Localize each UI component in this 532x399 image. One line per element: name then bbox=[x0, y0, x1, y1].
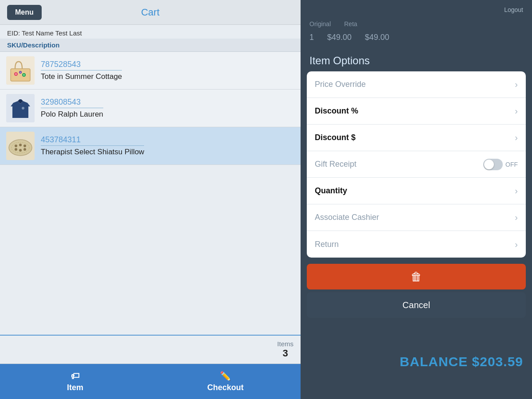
dimmed-prices: 1 $49.00 $49.00 bbox=[301, 30, 532, 45]
overlay-header: Logout bbox=[301, 0, 532, 18]
cancel-label: Cancel bbox=[403, 300, 430, 310]
option-discount-dollar[interactable]: Discount $ › bbox=[307, 125, 526, 151]
svg-point-18 bbox=[15, 148, 17, 151]
col-retail: Reta bbox=[344, 20, 357, 27]
cart-title: Cart bbox=[141, 7, 160, 18]
discount-percent-chevron: › bbox=[515, 106, 518, 116]
svg-point-5 bbox=[15, 73, 17, 75]
svg-point-19 bbox=[19, 149, 22, 152]
dimmed-price2: $49.00 bbox=[365, 33, 389, 42]
item-thumbnail-pillow bbox=[6, 132, 35, 160]
item-name-pillow: Therapist Select Shiatsu Pillow bbox=[41, 148, 144, 156]
item-options-title: Item Options bbox=[301, 47, 532, 71]
items-value: 3 bbox=[277, 348, 293, 359]
item-name-tote: Tote in Summer Cottage bbox=[41, 72, 122, 81]
cart-footer: Items 3 bbox=[0, 335, 301, 364]
items-summary: Items 3 bbox=[277, 340, 293, 359]
option-return[interactable]: Return › bbox=[307, 231, 526, 258]
balance-text: BALANCE $203.59 bbox=[400, 354, 523, 369]
item-thumbnail-polo bbox=[6, 94, 35, 122]
associate-cashier-label: Associate Cashier bbox=[315, 213, 379, 222]
item-info-tote: 787528543 Tote in Summer Cottage bbox=[41, 60, 122, 81]
svg-point-6 bbox=[20, 72, 21, 73]
trash-icon: 🗑 bbox=[411, 270, 422, 284]
col-original: Original bbox=[309, 20, 331, 27]
associate-cashier-chevron: › bbox=[515, 212, 518, 223]
eid-bar: EID: Test Name Test Last bbox=[0, 25, 301, 39]
item-thumbnail-tote bbox=[6, 56, 35, 85]
quantity-chevron: › bbox=[515, 186, 518, 196]
option-quantity[interactable]: Quantity › bbox=[307, 178, 526, 204]
top-bar: Menu Cart bbox=[0, 0, 301, 25]
svg-point-17 bbox=[23, 145, 26, 147]
gift-receipt-toggle[interactable]: OFF bbox=[483, 159, 518, 170]
tab-item-label: Item bbox=[67, 383, 83, 392]
toggle-off-label: OFF bbox=[505, 161, 518, 168]
item-sku-polo: 329808543 bbox=[41, 98, 103, 108]
menu-button[interactable]: Menu bbox=[7, 5, 42, 20]
gift-receipt-label: Gift Receipt bbox=[315, 160, 356, 169]
cart-item-tote[interactable]: 787528543 Tote in Summer Cottage bbox=[0, 52, 301, 90]
tab-checkout-label: Checkout bbox=[207, 383, 243, 392]
option-associate-cashier[interactable]: Associate Cashier › bbox=[307, 204, 526, 231]
tag-icon: 🏷 bbox=[71, 371, 80, 381]
item-options-card: Price Override › Discount % › Discount $… bbox=[307, 71, 526, 258]
tab-checkout[interactable]: ✏️ Checkout bbox=[150, 364, 301, 399]
svg-point-11 bbox=[22, 107, 24, 110]
balance-row: BALANCE $203.59 bbox=[301, 324, 532, 399]
logout-button[interactable]: Logout bbox=[504, 6, 523, 13]
item-sku-pillow: 453784311 bbox=[41, 135, 144, 146]
price-override-label: Price Override bbox=[315, 80, 366, 89]
item-info-pillow: 453784311 Therapist Select Shiatsu Pillo… bbox=[41, 135, 144, 156]
right-overlay: Logout Original Reta 1 $49.00 $49.00 Ite… bbox=[301, 0, 532, 399]
return-label: Return bbox=[315, 240, 339, 249]
tab-bar: 🏷 Item ✏️ Checkout bbox=[0, 364, 301, 399]
cart-item-pillow[interactable]: 453784311 Therapist Select Shiatsu Pillo… bbox=[0, 127, 301, 165]
svg-rect-1 bbox=[11, 69, 30, 81]
checkout-icon: ✏️ bbox=[220, 371, 231, 381]
return-chevron: › bbox=[515, 239, 518, 250]
discount-percent-label: Discount % bbox=[315, 106, 358, 116]
item-sku-tote: 787528543 bbox=[41, 60, 122, 70]
dimmed-cols: Original Reta bbox=[301, 18, 532, 30]
cart-items-list: 787528543 Tote in Summer Cottage 3298085… bbox=[0, 52, 301, 335]
sku-description-header: SKU/Description bbox=[0, 39, 301, 52]
toggle-thumb bbox=[484, 160, 494, 169]
item-name-polo: Polo Ralph Lauren bbox=[41, 110, 103, 119]
dimmed-qty: 1 bbox=[309, 33, 314, 42]
svg-point-15 bbox=[15, 145, 17, 147]
svg-point-20 bbox=[23, 148, 26, 151]
discount-dollar-chevron: › bbox=[515, 133, 518, 143]
toggle-track bbox=[483, 159, 503, 170]
discount-dollar-label: Discount $ bbox=[315, 133, 356, 142]
quantity-label: Quantity bbox=[315, 186, 347, 196]
svg-point-16 bbox=[19, 144, 22, 146]
price-override-chevron: › bbox=[515, 79, 518, 90]
cancel-button[interactable]: Cancel bbox=[307, 292, 526, 318]
item-info-polo: 329808543 Polo Ralph Lauren bbox=[41, 98, 103, 119]
option-price-override[interactable]: Price Override › bbox=[307, 71, 526, 98]
left-panel: Menu Cart EID: Test Name Test Last SKU/D… bbox=[0, 0, 301, 399]
svg-point-7 bbox=[23, 74, 25, 76]
svg-point-13 bbox=[9, 140, 32, 156]
delete-button[interactable]: 🗑 bbox=[307, 264, 526, 289]
cart-item-polo[interactable]: 329808543 Polo Ralph Lauren bbox=[0, 90, 301, 127]
option-discount-percent[interactable]: Discount % › bbox=[307, 98, 526, 125]
tab-item[interactable]: 🏷 Item bbox=[0, 364, 150, 399]
items-label: Items bbox=[277, 340, 293, 348]
option-gift-receipt[interactable]: Gift Receipt OFF bbox=[307, 151, 526, 178]
dimmed-price1: $49.00 bbox=[327, 33, 352, 42]
